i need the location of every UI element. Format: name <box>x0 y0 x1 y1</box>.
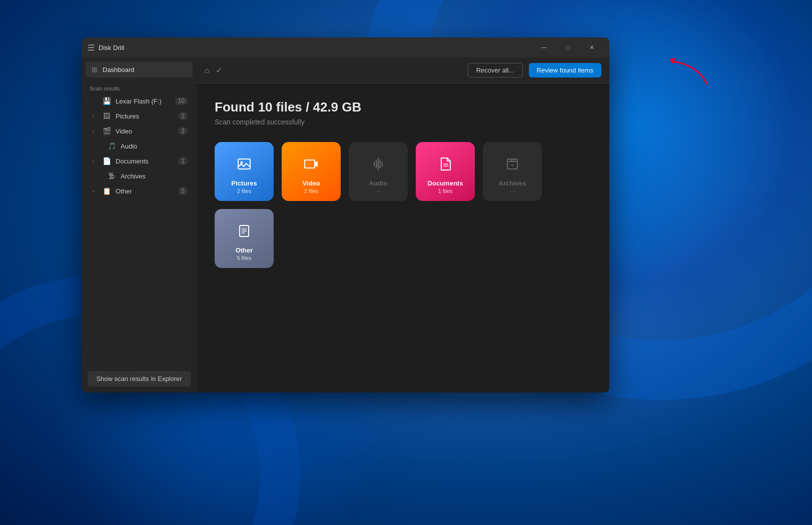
card-other-icon <box>236 223 252 242</box>
sidebar-item-pictures[interactable]: › 🖼 Pictures 2 <box>85 109 194 123</box>
card-documents-label: Documents <box>428 180 463 187</box>
card-video[interactable]: Video 2 files <box>282 142 341 201</box>
checkmark-icon[interactable]: ✓ <box>216 66 222 75</box>
maximize-button[interactable]: □ <box>556 40 579 56</box>
audio-label: Audio <box>121 142 188 150</box>
title-bar-left: ☰ Disk Drill <box>88 43 532 52</box>
card-documents[interactable]: Documents 1 files <box>416 142 475 201</box>
card-video-label: Video <box>302 180 320 187</box>
sidebar-item-audio[interactable]: 🎵 Audio <box>85 139 194 153</box>
card-pictures-icon <box>236 156 252 176</box>
chevron-right-icon-video: › <box>93 128 100 134</box>
sidebar-item-video[interactable]: › 🎬 Video 2 <box>85 124 194 138</box>
lexar-label: Lexar Flash (F:) <box>116 98 175 105</box>
card-audio-count: — <box>376 188 381 194</box>
svg-rect-0 <box>238 159 250 169</box>
hamburger-icon[interactable]: ☰ <box>88 43 95 52</box>
pictures-icon: 🖼 <box>102 112 112 120</box>
sidebar-item-archives[interactable]: 🗜 Archives <box>85 169 194 183</box>
lexar-count: 10 <box>175 97 188 105</box>
video-count: 2 <box>178 127 188 135</box>
sidebar-item-other[interactable]: › 📋 Other 5 <box>85 184 194 198</box>
show-explorer-button[interactable]: Show scan results in Explorer <box>88 371 191 386</box>
card-archives-label: Archives <box>499 180 526 187</box>
card-pictures-count: 2 files <box>237 188 252 194</box>
title-bar: ☰ Disk Drill — □ ✕ <box>82 38 609 58</box>
card-audio-icon: ♫ <box>370 156 386 176</box>
grid-icon: ⊞ <box>92 66 98 74</box>
svg-rect-6 <box>507 159 517 169</box>
card-audio[interactable]: ♫ Audio — <box>349 142 408 201</box>
card-archives-count: — <box>510 188 515 194</box>
title-bar-controls: — □ ✕ <box>532 40 603 56</box>
app-window: ☰ Disk Drill — □ ✕ ⊞ Dashboard Scan resu… <box>82 38 609 392</box>
svg-rect-2 <box>305 160 315 168</box>
content-toolbar: ⌂ ✓ Recover all... Review found items <box>197 58 609 84</box>
card-video-icon <box>303 156 319 176</box>
card-video-count: 2 files <box>304 188 319 194</box>
svg-point-1 <box>241 162 243 164</box>
category-cards-grid: Pictures 2 files Video 2 files <box>215 142 591 268</box>
minimize-button[interactable]: — <box>532 40 555 56</box>
card-other-label: Other <box>236 246 253 254</box>
chevron-right-icon-other: › <box>93 188 100 194</box>
card-audio-label: Audio <box>369 180 388 187</box>
svg-text:♫: ♫ <box>375 158 382 169</box>
sidebar: ⊞ Dashboard Scan results 💾 Lexar Flash (… <box>82 58 197 392</box>
dashboard-label: Dashboard <box>103 66 135 74</box>
other-count: 5 <box>178 187 188 195</box>
archives-icon: 🗜 <box>107 172 117 180</box>
card-archives-icon <box>504 156 520 176</box>
app-body: ⊞ Dashboard Scan results 💾 Lexar Flash (… <box>82 58 609 392</box>
recover-all-button[interactable]: Recover all... <box>468 63 523 78</box>
documents-label: Documents <box>116 158 178 165</box>
sidebar-item-documents[interactable]: › 📄 Documents 1 <box>85 154 194 168</box>
card-other-count: 5 files <box>237 255 252 261</box>
found-title: Found 10 files / 42.9 GB <box>215 100 591 115</box>
pictures-count: 2 <box>178 112 188 120</box>
scan-results-label: Scan results <box>82 82 197 94</box>
card-pictures[interactable]: Pictures 2 files <box>215 142 274 201</box>
archives-label: Archives <box>121 172 188 180</box>
review-found-button[interactable]: Review found items <box>529 63 601 78</box>
home-icon[interactable]: ⌂ <box>205 66 210 75</box>
found-subtitle: Scan completed successfully <box>215 118 591 126</box>
content-main: Found 10 files / 42.9 GB Scan completed … <box>197 84 609 392</box>
close-button[interactable]: ✕ <box>580 40 603 56</box>
content-area: ⌂ ✓ Recover all... Review found items Fo… <box>197 58 609 392</box>
video-icon: 🎬 <box>102 127 112 135</box>
other-icon: 📋 <box>102 187 112 195</box>
card-pictures-label: Pictures <box>231 180 257 187</box>
pictures-label: Pictures <box>116 112 178 120</box>
sidebar-item-dashboard[interactable]: ⊞ Dashboard <box>86 62 193 78</box>
chevron-right-icon-pictures: › <box>93 114 100 119</box>
documents-count: 1 <box>178 157 188 165</box>
audio-icon: 🎵 <box>107 142 117 150</box>
card-archives[interactable]: Archives — <box>483 142 542 201</box>
drive-icon: 💾 <box>102 97 112 105</box>
card-documents-icon <box>437 156 453 176</box>
app-title: Disk Drill <box>99 44 124 52</box>
card-documents-count: 1 files <box>438 188 453 194</box>
sidebar-footer: Show scan results in Explorer <box>82 365 197 392</box>
chevron-right-icon-docs: › <box>93 158 100 164</box>
other-label: Other <box>116 188 178 195</box>
video-label: Video <box>116 128 178 135</box>
sidebar-item-lexar[interactable]: 💾 Lexar Flash (F:) 10 <box>85 94 194 108</box>
card-other[interactable]: Other 5 files <box>215 209 274 268</box>
documents-icon: 📄 <box>102 157 112 165</box>
